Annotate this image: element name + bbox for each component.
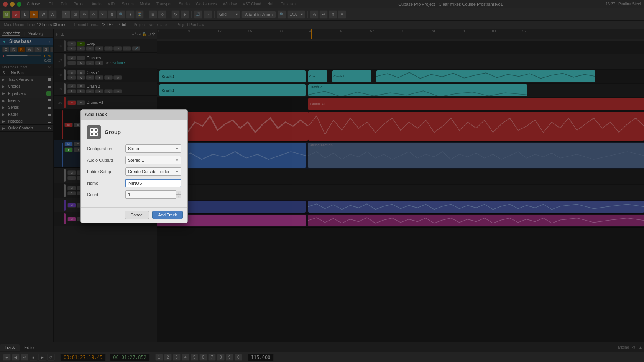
count-up[interactable]: ▲	[176, 191, 181, 195]
crosshair-btn[interactable]: ⊹	[158, 10, 166, 19]
marker-5[interactable]: 5	[191, 354, 198, 361]
crashes-mute[interactable]: ♦	[86, 61, 94, 65]
snap-btn[interactable]: ⊞	[149, 10, 157, 19]
crash1-e-btn[interactable]: E	[77, 70, 85, 75]
track-content-crashes[interactable]	[157, 54, 644, 70]
menu-workspaces[interactable]: Workspaces	[196, 2, 217, 6]
btn-s2[interactable]: S	[43, 47, 49, 52]
btn-a[interactable]: A	[48, 10, 57, 19]
fader-track[interactable]	[6, 55, 41, 56]
track-e-btn[interactable]: E	[77, 41, 85, 46]
prev-btn[interactable]: ◀	[12, 354, 20, 361]
stop-btn[interactable]: ■	[30, 354, 37, 361]
play-btn[interactable]: ▶	[38, 354, 46, 361]
link-btn[interactable]: 🔗	[132, 46, 140, 51]
track-nav[interactable]: →	[47, 39, 51, 44]
btn-l[interactable]: L	[21, 10, 29, 19]
glue-tool[interactable]: ⊕	[108, 10, 116, 19]
quantize-dropdown[interactable]: 1/16▾	[288, 10, 305, 19]
menu-midi[interactable]: MIDI	[108, 2, 116, 6]
btn-r-rec[interactable]: R	[10, 47, 17, 52]
zoom-icon[interactable]: 🔍	[278, 10, 286, 19]
clip-crash1-d[interactable]	[376, 70, 596, 82]
menu-edit[interactable]: Edit	[61, 2, 67, 6]
track-content-crash2[interactable]: Crash 2 Crash 2	[157, 84, 644, 97]
btn-s[interactable]: S	[12, 10, 20, 19]
notepad-header[interactable]: ▶ Notepad ☰	[0, 118, 53, 124]
marker-0[interactable]: 0	[235, 354, 242, 361]
red-m-btn[interactable]: M	[64, 123, 73, 127]
mute-btn[interactable]: ♦	[86, 46, 94, 51]
timeline-tracks[interactable]: Crash 1 Crash 1 Crash 1 Crash 2 Crash 2	[157, 39, 644, 342]
audio-outputs-dropdown[interactable]: Stereo 1 ▼	[125, 156, 181, 164]
percent-btn[interactable]: %	[310, 10, 319, 19]
marker-3[interactable]: 3	[173, 354, 181, 361]
track-content-organ[interactable]: Organ	[157, 200, 644, 214]
click-btn[interactable]: 🔊	[194, 10, 202, 19]
expand-arrow[interactable]: ▼	[2, 39, 6, 44]
cycle-btn[interactable]: ⟳	[47, 354, 55, 361]
mute-tool[interactable]: ♦	[126, 10, 135, 19]
extra-btn[interactable]: ≡	[338, 10, 346, 19]
in-btn[interactable]: ◁	[104, 46, 113, 51]
track-content-crash1[interactable]: Crash 1 Crash 1 Crash 1	[157, 70, 644, 84]
btn-m[interactable]: M	[2, 10, 11, 19]
add-track-button[interactable]: Add Track	[152, 211, 183, 219]
marker-4[interactable]: 4	[182, 354, 189, 361]
fast-fwd-btn[interactable]: ↩	[21, 354, 28, 361]
marker-9[interactable]: 9	[226, 354, 233, 361]
clip-crash1-c[interactable]: Crash 1	[332, 70, 371, 82]
crash2-m-btn[interactable]: M	[67, 84, 76, 88]
marker-8[interactable]: 8	[217, 354, 225, 361]
adapt-zoom-button[interactable]: Adapt to Zoom	[242, 11, 276, 18]
track-content-drums[interactable]: Drums All	[157, 97, 644, 111]
minimize-dot[interactable]	[10, 2, 15, 7]
tab-track[interactable]: Track	[0, 344, 20, 351]
expand-bottom[interactable]: ▲	[639, 345, 642, 349]
menu-hub[interactable]: Hub	[267, 2, 274, 6]
count-value-display[interactable]: 1	[125, 190, 176, 199]
crashes-w-btn[interactable]: W	[77, 61, 85, 65]
menu-media[interactable]: Media	[140, 2, 150, 6]
select-tool[interactable]: ↖	[62, 10, 70, 19]
pad-m-btn[interactable]: M	[67, 217, 76, 221]
crashes-r-btn[interactable]: R	[67, 61, 76, 65]
drums-m-btn[interactable]: M	[67, 100, 76, 105]
menu-scores[interactable]: Scores	[122, 2, 134, 6]
settings-bottom[interactable]: ⚙	[632, 345, 636, 349]
range-tool[interactable]: ⊡	[71, 10, 79, 19]
clip-drums-a[interactable]: Drums All	[308, 98, 644, 110]
clip-organ-b[interactable]	[308, 201, 644, 213]
clip-red-b[interactable]	[308, 112, 644, 141]
fold-btn[interactable]: ⊟	[148, 32, 151, 36]
solo-btn[interactable]: ♦	[95, 46, 104, 51]
crashes-m-btn[interactable]: M	[67, 56, 76, 60]
crashes-solo[interactable]: ♦	[95, 61, 104, 65]
menu-audio[interactable]: Audio	[92, 2, 102, 6]
tab-editor[interactable]: Editor	[20, 344, 40, 351]
zoom-tool[interactable]: 🔍	[117, 10, 125, 19]
loop-btn[interactable]: ⟳	[171, 10, 180, 19]
equalizers-header[interactable]: ▶ Equalizers	[0, 90, 53, 97]
btn-m2[interactable]: M	[34, 47, 42, 52]
clip-pad-b[interactable]	[308, 215, 644, 226]
btn-solo[interactable]: ◉	[50, 47, 54, 52]
marker-1[interactable]: 1	[155, 354, 163, 361]
cancel-button[interactable]: Cancel	[125, 211, 149, 219]
crash1-m-btn[interactable]: M	[67, 70, 76, 75]
tab-visibility[interactable]: Visibility	[28, 31, 44, 36]
punch-in[interactable]: ⏮	[181, 10, 189, 19]
w-btn[interactable]: W	[77, 46, 85, 51]
menu-project[interactable]: Project	[74, 2, 85, 6]
menu-file[interactable]: File	[48, 2, 54, 6]
marker-2[interactable]: 2	[164, 354, 172, 361]
r-btn[interactable]: R	[67, 46, 76, 51]
arrow-btn[interactable]: ↩	[319, 10, 328, 19]
quick-controls-header[interactable]: ▶ Quick Controls ⚙	[0, 125, 53, 131]
track-content-loop[interactable]	[157, 41, 644, 54]
track-content-chords[interactable]	[157, 185, 644, 200]
sync-btn[interactable]: ↔	[204, 10, 212, 19]
menu-vst-cloud[interactable]: VST Cloud	[243, 2, 261, 6]
btn-r[interactable]: R	[30, 10, 38, 19]
menu-studio[interactable]: Studio	[179, 2, 189, 6]
